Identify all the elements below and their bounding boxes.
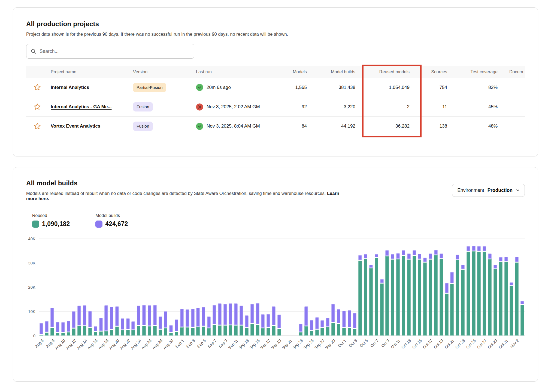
stacked-bar — [277, 239, 281, 336]
model-builds-segment — [56, 322, 59, 332]
model-builds-segment — [331, 304, 335, 322]
column-header-project-name: Project name — [51, 70, 133, 74]
x-axis-tick-label: Sep 29 — [324, 338, 336, 350]
x-axis-tick-label: Oct 31 — [498, 338, 509, 350]
model-builds-segment — [148, 305, 151, 326]
reused-segment — [304, 326, 308, 336]
legend-reused-swatch — [32, 221, 39, 228]
column-header-last-run: Last run — [196, 70, 286, 74]
sources-cell: 138 — [412, 123, 449, 129]
y-axis-tick-label: 0 — [33, 333, 35, 338]
star-icon[interactable] — [32, 82, 43, 92]
bar-slot — [114, 239, 120, 336]
stacked-bar — [450, 239, 454, 336]
bar-slot — [401, 239, 406, 336]
stacked-bar — [186, 239, 189, 336]
model-builds-segment — [472, 246, 476, 251]
reused-segment — [520, 305, 524, 336]
stacked-bar — [121, 239, 124, 336]
stacked-bar — [385, 239, 389, 336]
model-builds-segment — [142, 305, 146, 325]
stacked-bar — [137, 239, 140, 336]
bar-slot — [314, 239, 320, 336]
last-run-cell: Nov 3, 2025, 2:02 AM GM — [196, 103, 286, 111]
column-header-model-builds: Model builds — [309, 70, 358, 74]
model-builds-segment — [159, 316, 162, 329]
stacked-bar — [169, 239, 173, 336]
project-name-link[interactable]: Internal Analytics - GA Me... — [51, 104, 112, 109]
stacked-bar — [283, 239, 286, 336]
bar-slot — [455, 239, 460, 336]
stacked-bar — [494, 239, 497, 336]
stacked-bar — [40, 239, 43, 336]
bar-slot — [244, 239, 249, 336]
reused-segment — [180, 327, 184, 336]
reused-segment — [159, 330, 162, 336]
bar-slot — [228, 239, 233, 336]
bar-slot — [520, 239, 525, 336]
stacked-bar — [423, 239, 427, 336]
stacked-bar — [488, 239, 492, 336]
bar-slot — [417, 239, 422, 336]
model-builds-segment — [110, 307, 113, 329]
model-builds-segment — [375, 254, 378, 257]
bar-slot — [212, 239, 217, 336]
model-builds-segment — [40, 323, 43, 334]
models-cell: 84 — [286, 123, 309, 129]
x-axis-tick-label: Aug 8 — [45, 338, 55, 349]
stacked-bar — [99, 239, 103, 336]
star-icon[interactable] — [32, 121, 43, 131]
project-name-link[interactable]: Vortex Event Analytics — [51, 123, 100, 129]
x-axis-tick-label: Sep 23 — [292, 338, 304, 350]
model-builds-segment — [164, 311, 167, 328]
run-error-icon — [196, 103, 203, 111]
column-header-test-coverage: Test coverage — [449, 70, 500, 74]
bar-slot — [239, 239, 244, 336]
reused-segment — [77, 326, 81, 336]
x-axis-tick-label: Sep 27 — [313, 338, 325, 350]
bar-slot — [120, 239, 125, 336]
model-builds-chart: 010K20K30K40K Aug 6Aug 8Aug 10Aug 12Aug … — [26, 239, 525, 360]
reused-segment — [175, 332, 178, 336]
x-axis-tick-label: Sep 7 — [207, 338, 217, 349]
reused-segment — [472, 251, 476, 336]
reused-segment — [191, 328, 195, 336]
x-axis-tick-label: Aug 22 — [119, 338, 131, 350]
stacked-bar — [445, 239, 449, 336]
reused-segment — [337, 324, 340, 336]
model-builds-segment — [61, 322, 65, 332]
environment-dropdown[interactable]: Environment Production — [452, 184, 525, 197]
project-search[interactable] — [26, 44, 194, 59]
last-run-text: Nov 3, 2025, 8:04 AM GM — [207, 123, 260, 129]
bar-slot — [471, 239, 476, 336]
reused-segment — [396, 259, 400, 336]
stacked-bar — [391, 239, 394, 336]
model-builds-segment — [240, 306, 243, 325]
bar-slot — [449, 239, 455, 336]
reused-segment — [83, 326, 86, 336]
star-icon[interactable] — [32, 102, 43, 112]
stacked-bar — [153, 239, 157, 336]
table-bottom-divider — [26, 136, 525, 136]
reused-segment — [164, 328, 167, 336]
environment-dropdown-value: Production — [488, 188, 513, 193]
bar-slot — [44, 239, 50, 336]
x-axis-tick-label: Oct 27 — [476, 338, 488, 350]
model-builds-segment — [175, 319, 178, 331]
reused-segment — [369, 268, 373, 336]
model-builds-cell: 3,220 — [309, 104, 358, 110]
bar-slot — [282, 239, 287, 336]
bar-slot — [276, 239, 282, 336]
project-name-link[interactable]: Internal Analytics — [51, 85, 89, 90]
search-input[interactable] — [40, 49, 190, 54]
model-builds-segment — [121, 318, 124, 330]
stacked-bar — [477, 239, 481, 336]
chart-legend: Reused 1,090,182 Model builds 424,672 — [32, 213, 525, 228]
bar-slot — [163, 239, 168, 336]
reused-segment — [407, 260, 411, 336]
model-builds-segment — [483, 246, 486, 251]
model-builds-segment — [520, 301, 524, 304]
bar-slot — [174, 239, 179, 336]
model-builds-segment — [77, 306, 81, 325]
stacked-bar — [213, 239, 216, 336]
